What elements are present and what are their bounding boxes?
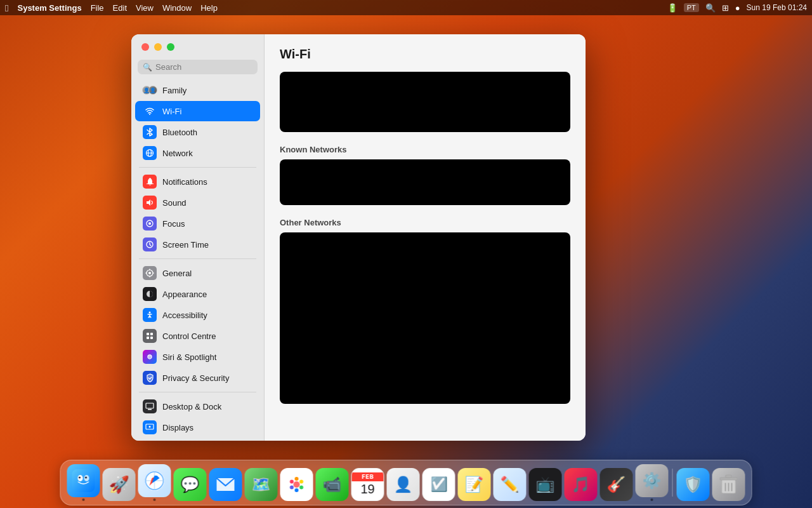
sidebar-item-accessibility[interactable]: Accessibility — [135, 305, 260, 325]
page-title: Wi-Fi — [280, 47, 570, 62]
dock-item-trash[interactable] — [712, 468, 745, 501]
dock-item-appletv[interactable]: 📺 — [529, 468, 562, 501]
dock-item-freeform[interactable]: ✏️ — [494, 468, 527, 501]
calendar-icon: FEB 19 — [351, 468, 384, 501]
search-icon: 🔍 — [143, 63, 152, 72]
network-icon — [143, 146, 157, 160]
facetime-icon: 📹 — [316, 468, 349, 501]
sidebar-item-appearance[interactable]: Appearance — [135, 284, 260, 304]
svg-rect-16 — [150, 333, 153, 335]
sidebar-item-family[interactable]: 👤 👤 Family — [135, 80, 260, 100]
app-name[interactable]: System Settings — [17, 3, 81, 13]
sidebar-item-screentime[interactable]: Screen Time — [135, 234, 260, 255]
known-networks-section: Known Networks — [280, 145, 570, 205]
minimize-button[interactable] — [154, 43, 162, 51]
instruments-icon: 🎸 — [600, 468, 633, 501]
sidebar-item-label-network: Network — [162, 149, 193, 158]
menu-edit[interactable]: Edit — [113, 3, 127, 13]
dock-item-adguard[interactable]: 🛡️ — [677, 468, 710, 501]
search-menubar-icon[interactable]: 🔍 — [705, 3, 716, 13]
dock-item-systemsettings[interactable]: ⚙️ — [636, 464, 669, 501]
known-networks-label: Known Networks — [280, 145, 570, 154]
dock-item-facetime[interactable]: 📹 — [316, 468, 349, 501]
systemsettings-dot — [651, 498, 653, 501]
svg-point-41 — [290, 486, 294, 490]
sidebar-item-general[interactable]: General — [135, 263, 260, 283]
focus-icon[interactable]: ● — [735, 3, 740, 13]
menu-file[interactable]: File — [91, 3, 104, 13]
maximize-button[interactable] — [167, 43, 174, 51]
controlcentre-icon — [143, 329, 157, 343]
control-center-icon[interactable]: ⊞ — [722, 3, 729, 13]
menu-window[interactable]: Window — [162, 3, 192, 13]
system-settings-window: 🔍 👤 👤 Family — [131, 34, 586, 441]
sidebar-item-label-wifi: Wi-Fi — [162, 107, 181, 116]
music-icon: 🎵 — [565, 468, 598, 501]
menu-help[interactable]: Help — [200, 3, 218, 13]
bluetooth-icon — [143, 125, 157, 139]
dock-item-contacts[interactable]: 👤 — [387, 468, 420, 501]
dock: 🚀 💬 — [60, 460, 752, 505]
trash-icon — [712, 468, 745, 501]
dock-item-mail[interactable] — [209, 468, 242, 501]
accessibility-icon — [143, 308, 157, 322]
dock-item-music[interactable]: 🎵 — [565, 468, 598, 501]
menu-view[interactable]: View — [136, 3, 154, 13]
sidebar-item-label-siri: Siri & Spotlight — [162, 352, 216, 362]
dock-item-safari[interactable] — [138, 464, 171, 501]
desktop: 🔍 👤 👤 Family — [0, 15, 812, 508]
sidebar-item-privacy[interactable]: Privacy & Security — [135, 368, 260, 388]
close-button[interactable] — [141, 43, 149, 51]
search-bar[interactable]: 🔍 — [138, 60, 258, 74]
menubar-left:  System Settings File Edit View Window … — [5, 3, 218, 13]
dock-separator — [672, 469, 673, 497]
menu-bar:  System Settings File Edit View Window … — [0, 0, 812, 15]
dock-item-photos[interactable] — [280, 468, 313, 501]
dock-item-notes[interactable]: 📝 — [458, 468, 491, 501]
sidebar-item-label-desktop: Desktop & Dock — [162, 402, 221, 411]
dock-item-calendar[interactable]: FEB 19 — [351, 468, 384, 501]
sidebar-item-label-privacy: Privacy & Security — [162, 373, 229, 383]
screentime-icon — [143, 237, 157, 251]
sidebar-item-siri[interactable]: Siri & Spotlight — [135, 347, 260, 367]
safari-icon — [138, 464, 171, 497]
family-icon: 👤 👤 — [143, 83, 157, 97]
sidebar-item-label-accessibility: Accessibility — [162, 311, 207, 320]
other-networks-panel — [280, 232, 570, 404]
sidebar-item-sound[interactable]: Sound — [135, 192, 260, 213]
sidebar: 🔍 👤 👤 Family — [131, 34, 265, 441]
sidebar-item-network[interactable]: Network — [135, 143, 260, 163]
desktop-icon — [143, 399, 157, 413]
wifi-icon — [143, 104, 157, 118]
language-indicator: PT — [684, 3, 699, 12]
sidebar-item-label-displays: Displays — [162, 423, 193, 432]
dock-item-maps[interactable]: 🗺️ — [245, 468, 278, 501]
sidebar-item-focus[interactable]: Focus — [135, 213, 260, 234]
dock-item-messages[interactable]: 💬 — [174, 468, 207, 501]
other-networks-label: Other Networks — [280, 218, 570, 227]
sidebar-item-label-sound: Sound — [162, 198, 187, 208]
battery-indicator: 🔋 — [667, 3, 678, 13]
dock-item-instruments[interactable]: 🎸 — [600, 468, 633, 501]
sidebar-item-bluetooth[interactable]: Bluetooth — [135, 122, 260, 142]
sidebar-item-desktop[interactable]: Desktop & Dock — [135, 396, 260, 417]
dock-item-finder[interactable] — [67, 464, 100, 501]
sidebar-item-controlcentre[interactable]: Control Centre — [135, 326, 260, 346]
sidebar-item-label-family: Family — [162, 86, 187, 95]
messages-icon: 💬 — [174, 468, 207, 501]
sidebar-item-wifi[interactable]: Wi-Fi — [135, 101, 260, 121]
other-networks-section: Other Networks — [280, 218, 570, 404]
dock-item-reminders[interactable]: ☑️ — [422, 468, 455, 501]
safari-dot — [154, 498, 156, 501]
sidebar-item-notifications[interactable]: Notifications — [135, 171, 260, 192]
displays-icon — [143, 420, 157, 434]
svg-point-40 — [295, 488, 299, 492]
photos-icon — [280, 468, 313, 501]
freeform-icon: ✏️ — [494, 468, 527, 501]
sidebar-item-label-screentime: Screen Time — [162, 240, 209, 250]
apple-menu[interactable]:  — [5, 3, 8, 13]
dock-item-launchpad[interactable]: 🚀 — [103, 468, 136, 501]
wifi-status-panel — [280, 72, 570, 132]
sidebar-item-displays[interactable]: Displays — [135, 417, 260, 438]
search-input[interactable] — [155, 62, 252, 72]
